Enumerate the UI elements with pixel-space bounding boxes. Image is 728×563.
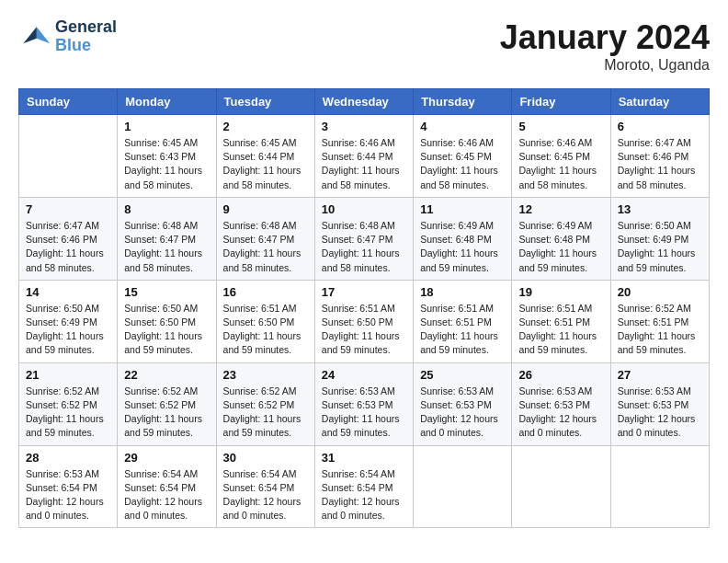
day-info: Sunrise: 6:50 AMSunset: 6:49 PMDaylight:…: [618, 219, 702, 275]
calendar-week-row: 28Sunrise: 6:53 AMSunset: 6:54 PMDayligh…: [19, 445, 710, 528]
svg-marker-1: [23, 27, 36, 43]
day-info: Sunrise: 6:49 AMSunset: 6:48 PMDaylight:…: [518, 219, 603, 275]
day-info: Sunrise: 6:49 AMSunset: 6:48 PMDaylight:…: [420, 219, 505, 275]
day-info: Sunrise: 6:46 AMSunset: 6:45 PMDaylight:…: [518, 136, 603, 192]
calendar-cell: [19, 115, 118, 198]
calendar-cell: 7Sunrise: 6:47 AMSunset: 6:46 PMDaylight…: [19, 197, 118, 280]
calendar-cell: 1Sunrise: 6:45 AMSunset: 6:43 PMDaylight…: [118, 115, 216, 198]
day-info: Sunrise: 6:54 AMSunset: 6:54 PMDaylight:…: [223, 467, 308, 523]
day-number: 14: [26, 285, 110, 299]
weekday-header-cell: Sunday: [19, 89, 118, 115]
day-number: 18: [420, 285, 505, 299]
day-info: Sunrise: 6:51 AMSunset: 6:50 PMDaylight:…: [223, 302, 308, 358]
calendar-cell: 18Sunrise: 6:51 AMSunset: 6:51 PMDayligh…: [414, 280, 512, 362]
day-number: 6: [618, 120, 702, 133]
month-title: January 2024: [500, 18, 710, 57]
calendar-week-row: 14Sunrise: 6:50 AMSunset: 6:49 PMDayligh…: [19, 280, 710, 362]
logo-text: General​ Blue: [55, 18, 117, 55]
day-info: Sunrise: 6:52 AMSunset: 6:52 PMDaylight:…: [26, 385, 110, 441]
calendar-cell: [610, 445, 709, 528]
calendar-table: SundayMondayTuesdayWednesdayThursdayFrid…: [18, 88, 710, 528]
weekday-header-cell: Monday: [118, 89, 216, 115]
day-info: Sunrise: 6:52 AMSunset: 6:52 PMDaylight:…: [223, 385, 308, 441]
day-number: 27: [618, 368, 702, 382]
day-info: Sunrise: 6:48 AMSunset: 6:47 PMDaylight:…: [124, 219, 209, 275]
calendar-cell: 11Sunrise: 6:49 AMSunset: 6:48 PMDayligh…: [414, 197, 512, 280]
day-info: Sunrise: 6:51 AMSunset: 6:51 PMDaylight:…: [420, 302, 505, 358]
day-number: 11: [420, 202, 505, 216]
day-number: 8: [124, 202, 209, 216]
day-number: 9: [223, 202, 308, 216]
day-number: 13: [618, 202, 702, 216]
day-number: 10: [322, 202, 406, 216]
calendar-cell: 15Sunrise: 6:50 AMSunset: 6:50 PMDayligh…: [118, 280, 216, 362]
calendar-cell: 17Sunrise: 6:51 AMSunset: 6:50 PMDayligh…: [314, 280, 413, 362]
calendar-week-row: 21Sunrise: 6:52 AMSunset: 6:52 PMDayligh…: [19, 362, 710, 445]
calendar-cell: 13Sunrise: 6:50 AMSunset: 6:49 PMDayligh…: [610, 197, 709, 280]
calendar-cell: 8Sunrise: 6:48 AMSunset: 6:47 PMDaylight…: [118, 197, 216, 280]
day-number: 28: [26, 451, 110, 465]
weekday-header-cell: Friday: [512, 89, 610, 115]
day-info: Sunrise: 6:47 AMSunset: 6:46 PMDaylight:…: [26, 219, 110, 275]
day-info: Sunrise: 6:48 AMSunset: 6:47 PMDaylight:…: [223, 219, 308, 275]
day-number: 12: [518, 202, 603, 216]
calendar-body: 1Sunrise: 6:45 AMSunset: 6:43 PMDaylight…: [19, 115, 710, 528]
weekday-header-cell: Saturday: [610, 89, 709, 115]
day-number: 16: [223, 285, 308, 299]
calendar-cell: [414, 445, 512, 528]
calendar-cell: 10Sunrise: 6:48 AMSunset: 6:47 PMDayligh…: [314, 197, 413, 280]
day-info: Sunrise: 6:52 AMSunset: 6:51 PMDaylight:…: [618, 302, 702, 358]
day-info: Sunrise: 6:46 AMSunset: 6:44 PMDaylight:…: [322, 136, 406, 192]
day-number: 24: [322, 368, 406, 382]
calendar-cell: 28Sunrise: 6:53 AMSunset: 6:54 PMDayligh…: [19, 445, 118, 528]
day-number: 4: [420, 120, 505, 133]
calendar-cell: 20Sunrise: 6:52 AMSunset: 6:51 PMDayligh…: [610, 280, 709, 362]
calendar-cell: 4Sunrise: 6:46 AMSunset: 6:45 PMDaylight…: [414, 115, 512, 198]
day-number: 26: [518, 368, 603, 382]
day-info: Sunrise: 6:54 AMSunset: 6:54 PMDaylight:…: [322, 467, 406, 523]
calendar-cell: 2Sunrise: 6:45 AMSunset: 6:44 PMDaylight…: [216, 115, 314, 198]
day-number: 2: [223, 120, 308, 133]
calendar-cell: 9Sunrise: 6:48 AMSunset: 6:47 PMDaylight…: [216, 197, 314, 280]
day-number: 3: [322, 120, 406, 133]
calendar-cell: 16Sunrise: 6:51 AMSunset: 6:50 PMDayligh…: [216, 280, 314, 362]
calendar-cell: 25Sunrise: 6:53 AMSunset: 6:53 PMDayligh…: [414, 362, 512, 445]
day-number: 30: [223, 451, 308, 465]
day-info: Sunrise: 6:53 AMSunset: 6:53 PMDaylight:…: [618, 385, 702, 441]
svg-marker-0: [37, 27, 50, 43]
day-number: 17: [322, 285, 406, 299]
calendar-cell: 12Sunrise: 6:49 AMSunset: 6:48 PMDayligh…: [512, 197, 610, 280]
day-number: 15: [124, 285, 209, 299]
day-number: 22: [124, 368, 209, 382]
calendar-cell: 24Sunrise: 6:53 AMSunset: 6:53 PMDayligh…: [314, 362, 413, 445]
calendar-cell: 5Sunrise: 6:46 AMSunset: 6:45 PMDaylight…: [512, 115, 610, 198]
day-number: 29: [124, 451, 209, 465]
day-number: 31: [322, 451, 406, 465]
day-number: 25: [420, 368, 505, 382]
day-info: Sunrise: 6:51 AMSunset: 6:51 PMDaylight:…: [518, 302, 603, 358]
title-block: January 2024 Moroto, Uganda: [500, 18, 710, 74]
calendar-cell: 30Sunrise: 6:54 AMSunset: 6:54 PMDayligh…: [216, 445, 314, 528]
logo: General​ Blue: [18, 18, 117, 55]
day-number: 21: [26, 368, 110, 382]
calendar-cell: 21Sunrise: 6:52 AMSunset: 6:52 PMDayligh…: [19, 362, 118, 445]
calendar-cell: [512, 445, 610, 528]
calendar-cell: 23Sunrise: 6:52 AMSunset: 6:52 PMDayligh…: [216, 362, 314, 445]
day-info: Sunrise: 6:45 AMSunset: 6:44 PMDaylight:…: [223, 136, 308, 192]
day-info: Sunrise: 6:51 AMSunset: 6:50 PMDaylight:…: [322, 302, 406, 358]
day-info: Sunrise: 6:54 AMSunset: 6:54 PMDaylight:…: [124, 467, 209, 523]
calendar-week-row: 1Sunrise: 6:45 AMSunset: 6:43 PMDaylight…: [19, 115, 710, 198]
day-info: Sunrise: 6:46 AMSunset: 6:45 PMDaylight:…: [420, 136, 505, 192]
weekday-header-cell: Wednesday: [314, 89, 413, 115]
day-info: Sunrise: 6:52 AMSunset: 6:52 PMDaylight:…: [124, 385, 209, 441]
calendar-cell: 3Sunrise: 6:46 AMSunset: 6:44 PMDaylight…: [314, 115, 413, 198]
day-info: Sunrise: 6:53 AMSunset: 6:53 PMDaylight:…: [322, 385, 406, 441]
calendar-cell: 27Sunrise: 6:53 AMSunset: 6:53 PMDayligh…: [610, 362, 709, 445]
day-number: 20: [618, 285, 702, 299]
day-number: 23: [223, 368, 308, 382]
day-info: Sunrise: 6:53 AMSunset: 6:53 PMDaylight:…: [420, 385, 505, 441]
day-number: 5: [518, 120, 603, 133]
calendar-cell: 14Sunrise: 6:50 AMSunset: 6:49 PMDayligh…: [19, 280, 118, 362]
calendar-cell: 19Sunrise: 6:51 AMSunset: 6:51 PMDayligh…: [512, 280, 610, 362]
day-info: Sunrise: 6:53 AMSunset: 6:54 PMDaylight:…: [26, 467, 110, 523]
